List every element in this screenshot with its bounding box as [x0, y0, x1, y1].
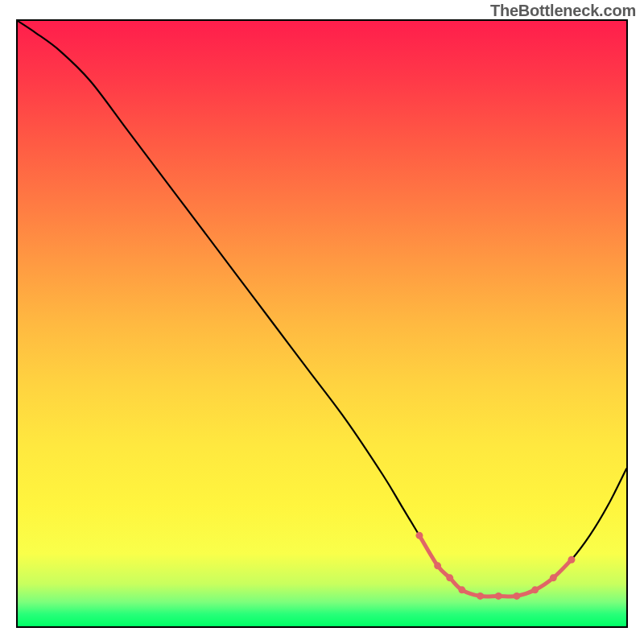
curve-svg — [18, 21, 626, 626]
optimal-range-dot — [415, 532, 423, 539]
chart-container: TheBottleneck.com — [0, 0, 644, 644]
optimal-range-dot — [434, 562, 441, 569]
optimal-range-dot — [446, 574, 453, 581]
optimal-range-dot — [531, 586, 539, 593]
plot-area — [16, 19, 628, 628]
optimal-range-dot — [568, 556, 575, 564]
bottleneck-curve-path — [18, 21, 626, 597]
optimal-range-dot — [477, 592, 484, 600]
optimal-range-dot — [495, 592, 502, 600]
optimal-range-path — [419, 535, 572, 597]
optimal-range-dot — [550, 574, 557, 581]
optimal-range-dots — [415, 532, 575, 600]
optimal-range-dot — [458, 586, 465, 593]
watermark-label: TheBottleneck.com — [490, 2, 636, 20]
optimal-range-dot — [513, 592, 520, 600]
